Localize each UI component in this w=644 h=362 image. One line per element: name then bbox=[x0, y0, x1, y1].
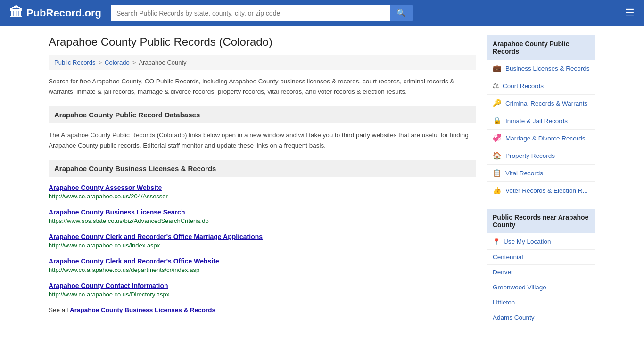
building-icon: 🏛 bbox=[9, 5, 23, 21]
sidebar-item-voter-records-election-r-[interactable]: 👍 Voter Records & Election R... bbox=[487, 182, 595, 199]
logo-text: PubRecord.org bbox=[26, 7, 101, 19]
record-url: http://www.co.arapahoe.co.us/departments… bbox=[49, 266, 199, 273]
record-title-link[interactable]: Arapahoe County Clerk and Recorder's Off… bbox=[49, 233, 476, 240]
record-title-link[interactable]: Arapahoe County Contact Information bbox=[49, 282, 476, 289]
record-url: https://www.sos.state.co.us/biz/Advanced… bbox=[49, 217, 209, 224]
sidebar-item-business-licenses-records[interactable]: 💼 Business Licenses & Records bbox=[487, 60, 595, 77]
sidebar-records-section: Arapahoe County Public Records 💼 Busines… bbox=[487, 35, 595, 199]
sidebar: Arapahoe County Public Records 💼 Busines… bbox=[487, 35, 595, 335]
page-title: Arapahoe County Public Records (Colorado… bbox=[49, 35, 476, 49]
breadcrumb-link-public-records[interactable]: Public Records bbox=[54, 59, 95, 66]
sidebar-item-label: Property Records bbox=[505, 152, 555, 159]
record-link-block: Arapahoe County Business License Search … bbox=[49, 208, 476, 224]
sidebar-record-links: 💼 Business Licenses & Records⚖ Court Rec… bbox=[487, 60, 595, 199]
breadcrumb-link-colorado[interactable]: Colorado bbox=[105, 59, 130, 66]
sidebar-icon: 👍 bbox=[493, 186, 502, 195]
header: 🏛 PubRecord.org 🔍 ☰ bbox=[0, 0, 644, 26]
search-input[interactable] bbox=[111, 5, 390, 21]
see-all-link[interactable]: Arapahoe County Business Licenses & Reco… bbox=[70, 306, 215, 313]
record-link-block: Arapahoe County Contact Information http… bbox=[49, 282, 476, 298]
record-title-link[interactable]: Arapahoe County Clerk and Recorder's Off… bbox=[49, 257, 476, 265]
sidebar-item-label: Voter Records & Election R... bbox=[505, 187, 588, 194]
breadcrumb-sep-2: > bbox=[132, 59, 136, 66]
search-button[interactable]: 🔍 bbox=[390, 5, 413, 21]
sidebar-item-label: Criminal Records & Warrants bbox=[505, 100, 587, 107]
record-url: http://www.co.arapahoe.co.us/Directory.a… bbox=[49, 291, 169, 298]
sidebar-icon: 💞 bbox=[493, 134, 502, 142]
sidebar-icon: ⚖ bbox=[493, 82, 499, 90]
page-description: Search for free Arapahoe County, CO Publ… bbox=[49, 76, 476, 97]
sidebar-icon: 🔒 bbox=[493, 116, 502, 125]
nearby-link-littleton[interactable]: Littleton bbox=[487, 295, 595, 310]
nearby-link-adams-county[interactable]: Adams County bbox=[487, 310, 595, 325]
location-icon: 📍 bbox=[493, 238, 501, 245]
sidebar-item-property-records[interactable]: 🏠 Property Records bbox=[487, 147, 595, 165]
menu-button[interactable]: ☰ bbox=[625, 7, 635, 19]
sidebar-item-inmate-jail-records[interactable]: 🔒 Inmate & Jail Records bbox=[487, 112, 595, 130]
sidebar-nearby-section: Public Records near Arapahoe County 📍 Us… bbox=[487, 209, 595, 325]
record-link-block: Arapahoe County Clerk and Recorder's Off… bbox=[49, 257, 476, 273]
see-all: See all Arapahoe County Business License… bbox=[49, 306, 476, 313]
sidebar-records-title: Arapahoe County Public Records bbox=[487, 35, 595, 60]
sidebar-item-marriage-divorce-records[interactable]: 💞 Marriage & Divorce Records bbox=[487, 130, 595, 147]
sidebar-item-label: Vital Records bbox=[505, 170, 543, 177]
use-location-button[interactable]: 📍 Use My Location bbox=[487, 233, 595, 250]
breadcrumb: Public Records > Colorado > Arapahoe Cou… bbox=[49, 55, 476, 70]
sidebar-icon: 📋 bbox=[493, 169, 502, 177]
record-link-block: Arapahoe County Assessor Website http://… bbox=[49, 184, 476, 200]
nearby-link-denver[interactable]: Denver bbox=[487, 265, 595, 280]
sidebar-icon: 🔑 bbox=[493, 99, 502, 107]
record-link-block: Arapahoe County Clerk and Recorder's Off… bbox=[49, 233, 476, 249]
sidebar-item-court-records[interactable]: ⚖ Court Records bbox=[487, 77, 595, 95]
nearby-link-centennial[interactable]: Centennial bbox=[487, 250, 595, 265]
sidebar-item-label: Business Licenses & Records bbox=[505, 65, 590, 72]
breadcrumb-current: Arapahoe County bbox=[139, 59, 186, 66]
sidebar-icon: 💼 bbox=[493, 64, 502, 73]
record-url: http://www.co.arapahoe.co.us/index.aspx bbox=[49, 242, 160, 249]
nearby-link-greenwood-village[interactable]: Greenwood Village bbox=[487, 280, 595, 295]
use-location-label: Use My Location bbox=[504, 238, 551, 245]
content-area: Arapahoe County Public Records (Colorado… bbox=[49, 35, 476, 335]
search-icon: 🔍 bbox=[396, 9, 406, 17]
record-title-link[interactable]: Arapahoe County Business License Search bbox=[49, 208, 476, 216]
databases-intro: The Arapahoe County Public Records (Colo… bbox=[49, 130, 476, 150]
sidebar-item-label: Inmate & Jail Records bbox=[505, 117, 568, 124]
record-links-list: Arapahoe County Assessor Website http://… bbox=[49, 184, 476, 298]
sidebar-item-vital-records[interactable]: 📋 Vital Records bbox=[487, 165, 595, 182]
sidebar-nearby-title: Public Records near Arapahoe County bbox=[487, 209, 595, 233]
logo-area[interactable]: 🏛 PubRecord.org bbox=[9, 5, 101, 21]
nearby-links-list: CentennialDenverGreenwood VillageLittlet… bbox=[487, 250, 595, 325]
sidebar-icon: 🏠 bbox=[493, 151, 502, 160]
record-title-link[interactable]: Arapahoe County Assessor Website bbox=[49, 184, 476, 191]
sidebar-item-criminal-records-warrants[interactable]: 🔑 Criminal Records & Warrants bbox=[487, 95, 595, 112]
hamburger-icon: ☰ bbox=[625, 7, 635, 19]
databases-heading: Arapahoe County Public Record Databases bbox=[49, 106, 476, 123]
sidebar-item-label: Marriage & Divorce Records bbox=[505, 135, 586, 142]
sidebar-item-label: Court Records bbox=[503, 82, 544, 90]
record-url: http://www.co.arapahoe.co.us/204/Assesso… bbox=[49, 193, 168, 200]
search-container: 🔍 bbox=[111, 5, 413, 21]
business-heading: Arapahoe County Business Licenses & Reco… bbox=[49, 160, 476, 177]
breadcrumb-sep-1: > bbox=[98, 59, 102, 66]
main-container: Arapahoe County Public Records (Colorado… bbox=[39, 26, 605, 344]
